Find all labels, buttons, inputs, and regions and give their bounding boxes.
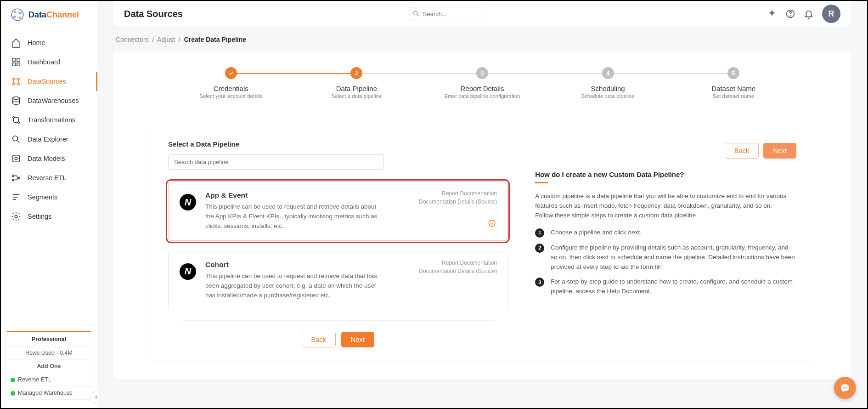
dashboard-icon — [11, 57, 21, 67]
report-documentation-link[interactable]: Report Documentation — [442, 260, 497, 266]
svg-point-12 — [18, 83, 20, 85]
svg-rect-6 — [17, 58, 20, 61]
sidebar-item-home[interactable]: Home — [1, 33, 97, 52]
back-button[interactable]: Back — [302, 332, 336, 347]
page-title: Data Sources — [124, 9, 183, 19]
avatar[interactable]: R — [822, 5, 840, 23]
pipeline-doc-links: Report Documentation Documentation Detai… — [419, 189, 497, 206]
step-data-pipeline[interactable]: 2 Data Pipeline Select a data pipeline — [294, 67, 420, 99]
sidebar-item-transformations[interactable]: Transformations — [1, 110, 97, 130]
transformations-icon — [11, 115, 21, 125]
segments-icon — [11, 192, 21, 202]
documentation-details-link[interactable]: Documentation Details (Source) — [419, 268, 497, 274]
sidebar-item-label: Dashboard — [28, 58, 60, 66]
sidebar-item-dashboard[interactable]: Dashboard — [1, 52, 97, 72]
pipeline-card-app-event[interactable]: N App & Event This pipeline can be used … — [168, 182, 507, 241]
wizard-card: Credentials Select your account details … — [113, 51, 851, 380]
svg-point-19 — [12, 175, 14, 177]
search-wrap — [408, 7, 481, 21]
documentation-details-link[interactable]: Documentation Details (Source) — [419, 199, 497, 205]
logo[interactable]: DataChannel — [1, 7, 97, 30]
svg-point-10 — [18, 78, 20, 80]
addon-item: Managed Warehouse — [6, 386, 92, 399]
svg-point-29 — [846, 387, 847, 388]
svg-point-11 — [13, 83, 15, 85]
svg-rect-17 — [13, 155, 20, 162]
svg-point-23 — [414, 11, 417, 15]
pipeline-card-cohort[interactable]: N Cohort This pipeline can be used to re… — [168, 251, 507, 310]
pipeline-desc: This pipeline can be used to request and… — [205, 202, 380, 231]
check-dot-icon — [11, 391, 15, 396]
step-report-details[interactable]: 3 Report Details Enter data pipeline con… — [419, 67, 545, 99]
sidebar-item-reverse-etl[interactable]: Reverse ETL — [1, 168, 97, 187]
nav-list: Home Dashboard DataSources DataWarehouse… — [1, 30, 97, 229]
help-icon[interactable] — [785, 9, 795, 19]
section-title: Select a Data Pipeline — [168, 140, 384, 148]
addon-item: Reverse ETL — [6, 373, 92, 386]
pipeline-desc: This pipeline can be used to request and… — [205, 272, 380, 301]
svg-point-28 — [845, 387, 845, 388]
report-documentation-link[interactable]: Report Documentation — [442, 190, 497, 197]
logo-text: DataChannel — [28, 10, 79, 20]
help-step: For a step-by-step guide to understand h… — [535, 277, 796, 296]
breadcrumb: Connectors / Adjust / Create Data Pipeli… — [113, 31, 851, 51]
svg-point-25 — [790, 16, 791, 16]
pipeline-name: Cohort — [205, 261, 380, 269]
main: Data Sources R Connectors / Adjust / Cre… — [97, 1, 867, 408]
help-title: How do I create a new Custom Data Pipeli… — [535, 170, 796, 178]
sidebar: DataChannel Home Dashboard DataSources D… — [1, 1, 97, 408]
pipeline-search-input[interactable] — [168, 154, 384, 170]
pipeline-doc-links: Report Documentation Documentation Detai… — [419, 259, 497, 275]
next-button-top[interactable]: Next — [763, 143, 796, 159]
sidebar-item-segments[interactable]: Segments — [1, 187, 97, 207]
step-credentials[interactable]: Credentials Select your account details — [168, 67, 294, 99]
sidebar-item-label: DataSources — [28, 78, 66, 85]
help-steps: Choose a pipeline and click next. Config… — [535, 228, 796, 297]
sidebar-item-models[interactable]: Data Models — [1, 149, 97, 168]
help-step: Choose a pipeline and click next. — [535, 228, 796, 238]
sidebar-item-datasources[interactable]: DataSources — [1, 72, 97, 91]
sidebar-item-label: DataWarehouses — [28, 97, 79, 104]
sidebar-item-label: Reverse ETL — [28, 174, 67, 182]
step-scheduling[interactable]: 4 Scheduling Schedule data pipeline — [545, 67, 671, 99]
adjust-icon: N — [180, 263, 196, 280]
breadcrumb-current: Create Data Pipeline — [184, 36, 246, 43]
svg-point-16 — [13, 136, 18, 141]
topbar: Data Sources R — [113, 1, 851, 27]
logo-icon — [10, 7, 25, 22]
help-step: Configure the pipeline by providing deta… — [535, 243, 796, 272]
plan-card: Professional Rows Used - 0.4M Add Ons Re… — [1, 326, 97, 408]
models-icon — [11, 153, 21, 164]
chat-fab[interactable] — [834, 377, 856, 399]
sidebar-item-label: Home — [28, 39, 45, 46]
divider — [182, 320, 494, 321]
sidebar-item-label: Segments — [28, 193, 57, 201]
plan-rows-used: Rows Used - 0.4M — [6, 346, 92, 359]
step-dataset-name[interactable]: 5 Dataset Name Set dataset name — [671, 67, 796, 99]
svg-point-27 — [843, 387, 844, 388]
sparkle-icon[interactable] — [767, 9, 777, 19]
help-intro: A custom pipeline is a data pipeline tha… — [535, 192, 796, 221]
breadcrumb-link[interactable]: Connectors — [116, 36, 149, 43]
pipeline-name: App & Event — [205, 191, 380, 199]
adjust-icon: N — [180, 194, 196, 210]
svg-point-22 — [15, 215, 17, 218]
svg-point-26 — [489, 220, 496, 227]
selected-check-icon — [488, 219, 496, 227]
breadcrumb-link[interactable]: Adjust — [157, 36, 175, 43]
back-button-top[interactable]: Back — [725, 143, 759, 159]
svg-point-13 — [13, 97, 20, 100]
next-button[interactable]: Next — [341, 332, 374, 347]
reverse-etl-icon — [11, 173, 21, 183]
help-underline — [535, 182, 548, 183]
datasources-icon — [11, 76, 21, 86]
svg-rect-7 — [12, 63, 15, 66]
bell-icon[interactable] — [804, 9, 814, 19]
sidebar-item-settings[interactable]: Settings — [1, 207, 97, 226]
sidebar-item-label: Data Explorer — [28, 136, 68, 143]
svg-point-9 — [13, 78, 15, 80]
check-icon — [225, 67, 237, 79]
sidebar-item-explorer[interactable]: Data Explorer — [1, 130, 97, 149]
explorer-icon — [11, 134, 21, 144]
sidebar-item-warehouses[interactable]: DataWarehouses — [1, 91, 97, 110]
